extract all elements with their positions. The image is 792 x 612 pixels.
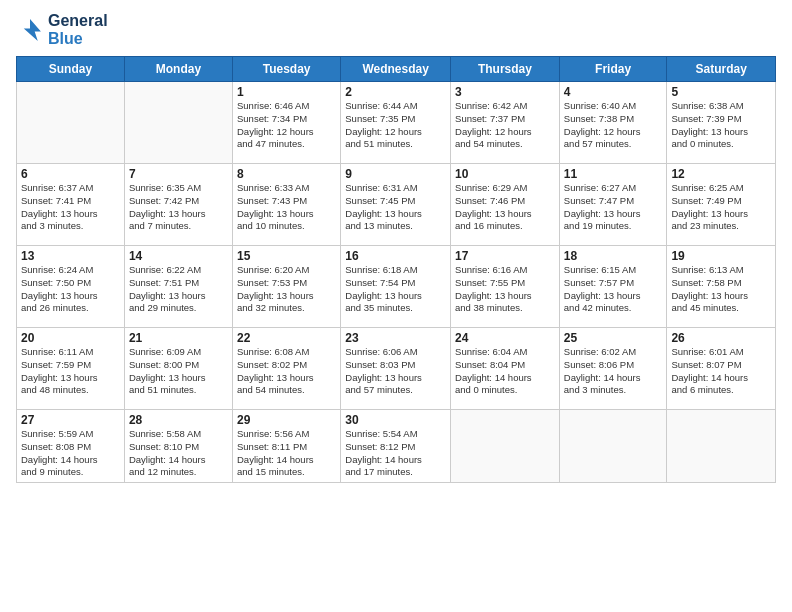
day-info: Sunrise: 5:59 AM Sunset: 8:08 PM Dayligh… (21, 428, 120, 479)
day-number: 12 (671, 167, 771, 181)
day-number: 7 (129, 167, 228, 181)
page: General Blue SundayMondayTuesdayWednesda… (0, 0, 792, 612)
day-info: Sunrise: 6:31 AM Sunset: 7:45 PM Dayligh… (345, 182, 446, 233)
calendar-cell: 3Sunrise: 6:42 AM Sunset: 7:37 PM Daylig… (451, 82, 560, 164)
calendar-cell: 21Sunrise: 6:09 AM Sunset: 8:00 PM Dayli… (124, 328, 232, 410)
weekday-header-tuesday: Tuesday (232, 57, 340, 82)
calendar-cell: 8Sunrise: 6:33 AM Sunset: 7:43 PM Daylig… (232, 164, 340, 246)
calendar-cell: 13Sunrise: 6:24 AM Sunset: 7:50 PM Dayli… (17, 246, 125, 328)
day-info: Sunrise: 5:56 AM Sunset: 8:11 PM Dayligh… (237, 428, 336, 479)
calendar-cell: 25Sunrise: 6:02 AM Sunset: 8:06 PM Dayli… (559, 328, 667, 410)
day-number: 23 (345, 331, 446, 345)
calendar-cell (559, 410, 667, 483)
day-info: Sunrise: 6:24 AM Sunset: 7:50 PM Dayligh… (21, 264, 120, 315)
day-number: 20 (21, 331, 120, 345)
logo-text: General Blue (48, 12, 108, 48)
day-number: 11 (564, 167, 663, 181)
day-info: Sunrise: 6:16 AM Sunset: 7:55 PM Dayligh… (455, 264, 555, 315)
day-info: Sunrise: 6:04 AM Sunset: 8:04 PM Dayligh… (455, 346, 555, 397)
day-number: 29 (237, 413, 336, 427)
day-info: Sunrise: 6:20 AM Sunset: 7:53 PM Dayligh… (237, 264, 336, 315)
day-number: 28 (129, 413, 228, 427)
week-row-4: 20Sunrise: 6:11 AM Sunset: 7:59 PM Dayli… (17, 328, 776, 410)
calendar-cell: 11Sunrise: 6:27 AM Sunset: 7:47 PM Dayli… (559, 164, 667, 246)
calendar-cell: 7Sunrise: 6:35 AM Sunset: 7:42 PM Daylig… (124, 164, 232, 246)
day-number: 9 (345, 167, 446, 181)
day-info: Sunrise: 6:29 AM Sunset: 7:46 PM Dayligh… (455, 182, 555, 233)
day-info: Sunrise: 6:38 AM Sunset: 7:39 PM Dayligh… (671, 100, 771, 151)
calendar-cell: 14Sunrise: 6:22 AM Sunset: 7:51 PM Dayli… (124, 246, 232, 328)
day-number: 26 (671, 331, 771, 345)
day-info: Sunrise: 6:02 AM Sunset: 8:06 PM Dayligh… (564, 346, 663, 397)
calendar-cell: 1Sunrise: 6:46 AM Sunset: 7:34 PM Daylig… (232, 82, 340, 164)
calendar-cell: 18Sunrise: 6:15 AM Sunset: 7:57 PM Dayli… (559, 246, 667, 328)
calendar-cell: 12Sunrise: 6:25 AM Sunset: 7:49 PM Dayli… (667, 164, 776, 246)
weekday-header-saturday: Saturday (667, 57, 776, 82)
weekday-header-row: SundayMondayTuesdayWednesdayThursdayFrid… (17, 57, 776, 82)
day-info: Sunrise: 5:54 AM Sunset: 8:12 PM Dayligh… (345, 428, 446, 479)
calendar-cell: 15Sunrise: 6:20 AM Sunset: 7:53 PM Dayli… (232, 246, 340, 328)
day-number: 14 (129, 249, 228, 263)
day-number: 6 (21, 167, 120, 181)
logo: General Blue (16, 12, 108, 48)
day-number: 15 (237, 249, 336, 263)
day-info: Sunrise: 6:18 AM Sunset: 7:54 PM Dayligh… (345, 264, 446, 315)
day-info: Sunrise: 6:42 AM Sunset: 7:37 PM Dayligh… (455, 100, 555, 151)
day-number: 10 (455, 167, 555, 181)
day-number: 30 (345, 413, 446, 427)
day-number: 5 (671, 85, 771, 99)
calendar-cell: 4Sunrise: 6:40 AM Sunset: 7:38 PM Daylig… (559, 82, 667, 164)
day-info: Sunrise: 6:25 AM Sunset: 7:49 PM Dayligh… (671, 182, 771, 233)
day-number: 27 (21, 413, 120, 427)
calendar-cell: 20Sunrise: 6:11 AM Sunset: 7:59 PM Dayli… (17, 328, 125, 410)
day-number: 4 (564, 85, 663, 99)
day-info: Sunrise: 6:33 AM Sunset: 7:43 PM Dayligh… (237, 182, 336, 233)
day-info: Sunrise: 6:08 AM Sunset: 8:02 PM Dayligh… (237, 346, 336, 397)
week-row-3: 13Sunrise: 6:24 AM Sunset: 7:50 PM Dayli… (17, 246, 776, 328)
week-row-2: 6Sunrise: 6:37 AM Sunset: 7:41 PM Daylig… (17, 164, 776, 246)
calendar-cell: 28Sunrise: 5:58 AM Sunset: 8:10 PM Dayli… (124, 410, 232, 483)
day-number: 13 (21, 249, 120, 263)
calendar-cell: 23Sunrise: 6:06 AM Sunset: 8:03 PM Dayli… (341, 328, 451, 410)
weekday-header-sunday: Sunday (17, 57, 125, 82)
day-info: Sunrise: 6:15 AM Sunset: 7:57 PM Dayligh… (564, 264, 663, 315)
weekday-header-wednesday: Wednesday (341, 57, 451, 82)
day-info: Sunrise: 6:06 AM Sunset: 8:03 PM Dayligh… (345, 346, 446, 397)
day-info: Sunrise: 5:58 AM Sunset: 8:10 PM Dayligh… (129, 428, 228, 479)
calendar-cell: 2Sunrise: 6:44 AM Sunset: 7:35 PM Daylig… (341, 82, 451, 164)
day-number: 18 (564, 249, 663, 263)
day-number: 8 (237, 167, 336, 181)
day-number: 2 (345, 85, 446, 99)
week-row-1: 1Sunrise: 6:46 AM Sunset: 7:34 PM Daylig… (17, 82, 776, 164)
day-number: 3 (455, 85, 555, 99)
calendar-cell: 19Sunrise: 6:13 AM Sunset: 7:58 PM Dayli… (667, 246, 776, 328)
svg-marker-0 (24, 19, 41, 41)
calendar-cell: 9Sunrise: 6:31 AM Sunset: 7:45 PM Daylig… (341, 164, 451, 246)
week-row-5: 27Sunrise: 5:59 AM Sunset: 8:08 PM Dayli… (17, 410, 776, 483)
logo-icon (16, 16, 44, 44)
day-number: 1 (237, 85, 336, 99)
day-info: Sunrise: 6:13 AM Sunset: 7:58 PM Dayligh… (671, 264, 771, 315)
calendar-cell: 10Sunrise: 6:29 AM Sunset: 7:46 PM Dayli… (451, 164, 560, 246)
calendar-cell (17, 82, 125, 164)
calendar-cell: 17Sunrise: 6:16 AM Sunset: 7:55 PM Dayli… (451, 246, 560, 328)
day-info: Sunrise: 6:37 AM Sunset: 7:41 PM Dayligh… (21, 182, 120, 233)
day-number: 19 (671, 249, 771, 263)
day-info: Sunrise: 6:27 AM Sunset: 7:47 PM Dayligh… (564, 182, 663, 233)
header: General Blue (16, 12, 776, 48)
day-info: Sunrise: 6:22 AM Sunset: 7:51 PM Dayligh… (129, 264, 228, 315)
day-number: 16 (345, 249, 446, 263)
day-number: 22 (237, 331, 336, 345)
calendar-cell: 27Sunrise: 5:59 AM Sunset: 8:08 PM Dayli… (17, 410, 125, 483)
calendar-cell (124, 82, 232, 164)
calendar-cell: 30Sunrise: 5:54 AM Sunset: 8:12 PM Dayli… (341, 410, 451, 483)
day-info: Sunrise: 6:35 AM Sunset: 7:42 PM Dayligh… (129, 182, 228, 233)
weekday-header-friday: Friday (559, 57, 667, 82)
day-info: Sunrise: 6:44 AM Sunset: 7:35 PM Dayligh… (345, 100, 446, 151)
calendar-cell: 24Sunrise: 6:04 AM Sunset: 8:04 PM Dayli… (451, 328, 560, 410)
weekday-header-thursday: Thursday (451, 57, 560, 82)
calendar-cell (451, 410, 560, 483)
day-number: 21 (129, 331, 228, 345)
day-info: Sunrise: 6:09 AM Sunset: 8:00 PM Dayligh… (129, 346, 228, 397)
calendar-cell: 6Sunrise: 6:37 AM Sunset: 7:41 PM Daylig… (17, 164, 125, 246)
